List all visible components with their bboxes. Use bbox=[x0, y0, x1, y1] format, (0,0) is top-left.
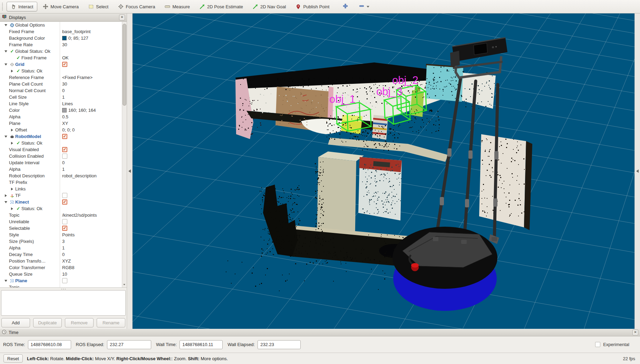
tree-row-offset[interactable]: Offset0; 0; 0 bbox=[0, 127, 122, 133]
property-value-cell[interactable]: 30 bbox=[60, 81, 122, 87]
add-button[interactable]: Add bbox=[1, 318, 30, 327]
property-value-cell[interactable]: 0 bbox=[60, 87, 122, 94]
tool-focus-camera[interactable]: Focus Camera bbox=[114, 2, 159, 11]
enabled-checkbox-unchecked[interactable] bbox=[62, 278, 67, 283]
property-value-cell[interactable] bbox=[60, 284, 122, 287]
enabled-checkbox-checked[interactable] bbox=[62, 226, 67, 231]
property-value[interactable]: robot_description bbox=[62, 173, 97, 178]
expander-closed-icon[interactable] bbox=[11, 207, 13, 210]
property-value-cell[interactable]: 0.5 bbox=[60, 114, 122, 120]
enabled-checkbox-unchecked[interactable] bbox=[62, 193, 67, 198]
enabled-checkbox-checked[interactable] bbox=[62, 199, 67, 205]
property-value-cell[interactable]: 1 bbox=[60, 166, 122, 173]
property-value-cell[interactable] bbox=[60, 199, 122, 205]
expander-closed-icon[interactable] bbox=[5, 194, 7, 197]
property-value-cell[interactable]: OK bbox=[60, 55, 122, 61]
tool-publish-point[interactable]: Publish Point bbox=[291, 2, 333, 11]
property-value-cell[interactable]: base_footprint bbox=[60, 28, 122, 35]
property-value[interactable]: 0 bbox=[62, 252, 65, 257]
ros-elapsed-input[interactable] bbox=[107, 340, 151, 349]
expander-open-icon[interactable] bbox=[4, 63, 7, 66]
tree-row-position-transfo[interactable]: Position Transfo…XYZ bbox=[0, 258, 122, 264]
property-value-cell[interactable] bbox=[60, 192, 122, 199]
tree-row-color-transformer[interactable]: Color TransformerRGB8 bbox=[0, 264, 122, 271]
time-panel-header[interactable]: Time bbox=[0, 329, 640, 336]
property-value-cell[interactable]: <Fixed Frame> bbox=[60, 74, 122, 81]
tool-interact[interactable]: Interact bbox=[7, 2, 37, 11]
tree-row-tf[interactable]: TF bbox=[0, 192, 122, 199]
property-value-cell[interactable] bbox=[60, 48, 122, 55]
tree-row-alpha[interactable]: Alpha0.5 bbox=[0, 114, 122, 120]
enabled-checkbox-unchecked[interactable] bbox=[62, 154, 67, 159]
tree-row-status-ok[interactable]: ✓Status: Ok bbox=[0, 140, 122, 146]
color-swatch[interactable] bbox=[62, 108, 67, 112]
property-value-cell[interactable] bbox=[60, 68, 122, 74]
tree-scroll-down-button[interactable] bbox=[122, 282, 126, 287]
tree-row-links[interactable]: Links bbox=[0, 186, 122, 192]
property-value-cell[interactable]: 0 bbox=[60, 159, 122, 166]
tree-row-queue-size[interactable]: Queue Size10 bbox=[0, 271, 122, 277]
property-value[interactable]: <Fixed Frame> bbox=[62, 75, 93, 80]
property-value-cell[interactable] bbox=[60, 133, 122, 140]
reset-button[interactable]: Reset bbox=[3, 354, 23, 363]
tree-row-grid[interactable]: Grid bbox=[0, 61, 122, 68]
property-value-cell[interactable]: 1 bbox=[60, 94, 122, 100]
tree-row-frame-rate[interactable]: Frame Rate30 bbox=[0, 41, 122, 48]
property-value[interactable]: 30 bbox=[62, 42, 67, 47]
tree-row-plane-cell-count[interactable]: Plane Cell Count30 bbox=[0, 81, 122, 87]
expander-open-icon[interactable] bbox=[4, 24, 7, 26]
tree-row-background-color[interactable]: Background Color0; 85; 127 bbox=[0, 35, 122, 41]
tool-move-camera[interactable]: Move Camera bbox=[39, 2, 83, 11]
property-value-cell[interactable]: 0; 0; 0 bbox=[60, 127, 122, 133]
experimental-toggle[interactable]: Experimental bbox=[595, 342, 629, 347]
property-value[interactable]: 1 bbox=[62, 245, 65, 250]
tree-row-alpha[interactable]: Alpha1 bbox=[0, 245, 122, 251]
property-value-cell[interactable]: XY bbox=[60, 120, 122, 127]
tree-row-decay-time[interactable]: Decay Time0 bbox=[0, 251, 122, 258]
property-value[interactable]: 0 bbox=[62, 88, 65, 93]
property-value[interactable]: 0.5 bbox=[62, 114, 68, 119]
expander-open-icon[interactable] bbox=[4, 136, 7, 138]
expander-open-icon[interactable] bbox=[4, 50, 7, 52]
right-panel-collapse-handle[interactable] bbox=[634, 13, 640, 329]
wall-time-input[interactable] bbox=[180, 340, 223, 349]
expander-closed-icon[interactable] bbox=[11, 129, 13, 131]
property-value-cell[interactable] bbox=[60, 225, 122, 232]
property-value-cell[interactable] bbox=[60, 179, 122, 186]
property-value[interactable]: 30 bbox=[62, 81, 67, 87]
property-value-cell[interactable] bbox=[60, 205, 122, 212]
rename-button[interactable]: Rename bbox=[97, 318, 125, 327]
property-value[interactable]: 0; 85; 127 bbox=[68, 36, 88, 41]
property-value-cell[interactable]: robot_description bbox=[60, 173, 122, 179]
property-value-cell[interactable]: 30 bbox=[60, 41, 122, 48]
property-value[interactable]: XYZ bbox=[62, 258, 71, 264]
enabled-checkbox-checked[interactable] bbox=[62, 134, 67, 139]
enabled-checkbox-checked[interactable] bbox=[62, 147, 67, 152]
tree-row-color[interactable]: Color160; 160; 164 bbox=[0, 107, 122, 114]
close-displays-icon[interactable] bbox=[119, 14, 125, 20]
property-value[interactable]: 3 bbox=[62, 239, 65, 244]
property-value[interactable]: 0 bbox=[62, 160, 65, 165]
property-value[interactable]: RGB8 bbox=[62, 265, 74, 270]
property-value[interactable]: Lines bbox=[62, 101, 73, 106]
tree-row-unreliable[interactable]: Unreliable bbox=[0, 218, 122, 225]
property-value-cell[interactable] bbox=[60, 218, 122, 225]
property-value-cell[interactable] bbox=[60, 186, 122, 192]
property-value[interactable]: XY bbox=[62, 121, 68, 126]
tree-row-cell-size[interactable]: Cell Size1 bbox=[0, 94, 122, 100]
property-value-cell[interactable]: Points bbox=[60, 232, 122, 238]
property-value-cell[interactable]: 10 bbox=[60, 271, 122, 277]
tree-row-fixed-frame[interactable]: Fixed Framebase_footprint bbox=[0, 28, 122, 35]
tree-row-fixed-frame[interactable]: ✓Fixed FrameOK bbox=[0, 55, 122, 61]
property-value-cell[interactable] bbox=[60, 153, 122, 159]
property-value[interactable]: 1 bbox=[62, 167, 65, 172]
panel-splitter-grip[interactable] bbox=[0, 288, 127, 290]
property-value[interactable]: Points bbox=[62, 232, 75, 237]
property-value-cell[interactable] bbox=[60, 22, 122, 28]
property-value-cell[interactable] bbox=[60, 146, 122, 153]
toolbar-drag-handle[interactable] bbox=[2, 3, 4, 10]
close-time-icon[interactable] bbox=[632, 329, 638, 335]
tool-select[interactable]: Select bbox=[84, 2, 113, 11]
expander-open-icon[interactable] bbox=[4, 280, 7, 282]
tree-row-normal-cell-count[interactable]: Normal Cell Count0 bbox=[0, 87, 122, 94]
